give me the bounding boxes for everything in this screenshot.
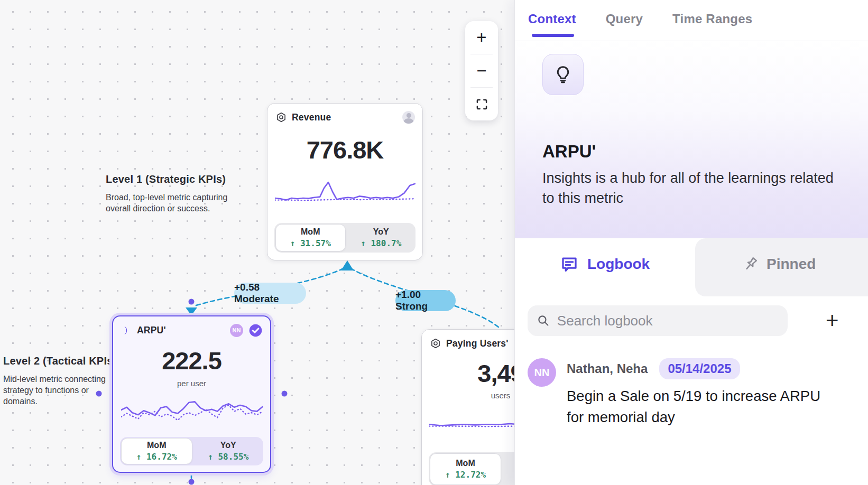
arpu-top-handle[interactable]: [189, 299, 195, 305]
yoy-value: ↑ 58.55%: [208, 452, 248, 462]
insight-icon-box: [542, 54, 584, 95]
logbook-search-row: +: [528, 305, 856, 336]
lightbulb-icon: [553, 64, 573, 85]
yoy-toggle[interactable]: YoY ↑ 58.55%: [193, 437, 264, 465]
metric-tree-canvas[interactable]: Level 1 (Strategic KPIs) Broad, top-leve…: [0, 0, 514, 485]
mom-label: MoM: [147, 441, 166, 450]
zoom-out-button[interactable]: −: [465, 54, 498, 87]
owner-avatar: NN: [230, 324, 243, 337]
canvas-zoom-controls: + −: [465, 21, 498, 120]
card-title: Paying Users': [446, 338, 509, 349]
logbook-tab-label: Logbook: [587, 256, 650, 273]
arpu-bottom-handle[interactable]: [189, 479, 195, 485]
arrowhead-up-revenue: [341, 260, 354, 271]
mom-value: ↑ 31.57%: [290, 238, 331, 248]
mom-toggle[interactable]: MoM ↑ 31.57%: [275, 224, 346, 251]
panel-tabs: Context Query Time Ranges: [528, 12, 752, 26]
panel-metric-description: Insights is a hub for all of the learnin…: [542, 168, 846, 208]
arpu-right-handle[interactable]: [282, 391, 288, 397]
panel-metric-title: ARPU': [542, 142, 596, 162]
logbook-comment-icon: [560, 255, 579, 274]
sparkline-chart: [275, 178, 415, 206]
tab-query[interactable]: Query: [606, 12, 643, 26]
hexagon-metric-icon: [430, 338, 441, 349]
mom-label: MoM: [456, 459, 475, 468]
entry-author-avatar: NN: [528, 358, 556, 387]
fit-view-button[interactable]: [465, 88, 498, 120]
entry-date-badge: 05/14/2025: [659, 358, 740, 379]
card-title: Revenue: [292, 112, 331, 123]
app: Level 1 (Strategic KPIs) Broad, top-leve…: [0, 0, 868, 485]
add-logbook-entry-button[interactable]: +: [826, 310, 839, 332]
fullscreen-icon: [476, 99, 487, 110]
search-logbook-input[interactable]: [557, 313, 778, 329]
card-title: ARPU': [137, 325, 166, 336]
yoy-label: YoY: [220, 441, 236, 450]
arpu-left-handle[interactable]: [96, 391, 102, 397]
metric-value: 776.8K: [267, 135, 422, 164]
yoy-label: YoY: [373, 227, 389, 237]
tab-context[interactable]: Context: [528, 12, 576, 26]
metric-card-revenue[interactable]: Revenue 776.8K MoM ↑ 31.57% YoY ↑ 180.7%: [267, 103, 423, 260]
entry-author-name: Nathan, Neha: [567, 361, 648, 376]
mom-toggle[interactable]: MoM ↑ 16.72%: [121, 438, 192, 464]
arrowhead-down-arpu: [186, 307, 197, 315]
mom-value: ↑ 12.72%: [445, 470, 486, 480]
sparkline-chart: [121, 395, 263, 425]
mom-toggle[interactable]: MoM ↑ 12.72%: [430, 453, 501, 485]
crescent-metric-icon: [122, 325, 132, 335]
pin-icon: [742, 256, 759, 273]
user-avatar-icon: [402, 111, 415, 124]
logbook-search-box[interactable]: [528, 305, 788, 336]
pinned-tab-content[interactable]: Pinned: [742, 256, 816, 273]
hexagon-metric-icon: [276, 112, 287, 123]
correlation-label-moderate[interactable]: +0.58 Moderate: [234, 283, 306, 304]
yoy-value: ↑ 180.7%: [361, 238, 401, 248]
yoy-toggle[interactable]: YoY ↑ 180.7%: [347, 223, 416, 253]
verified-check-icon: [248, 323, 263, 338]
mom-label: MoM: [301, 227, 320, 237]
tab-logbook[interactable]: Logbook: [560, 255, 650, 274]
context-side-panel: Context Query Time Ranges ARPU' Insights…: [514, 0, 868, 485]
search-icon: [537, 314, 550, 328]
metric-card-arpu[interactable]: ARPU' NN 222.5 per user MoM ↑ 16.72%: [112, 315, 271, 473]
entry-text: Begin a Sale on 5/19 to increase ARPU fo…: [567, 386, 826, 428]
logbook-entry[interactable]: NN Nathan, Neha 05/14/2025 Begin a Sale …: [528, 358, 855, 428]
correlation-label-strong[interactable]: +1.00 Strong: [395, 290, 456, 311]
tab-time-ranges[interactable]: Time Ranges: [672, 12, 752, 26]
metric-value: 222.5: [113, 346, 270, 375]
metric-unit: per user: [113, 379, 270, 388]
zoom-in-button[interactable]: +: [465, 21, 498, 54]
mom-value: ↑ 16.72%: [136, 452, 177, 462]
pinned-tab-label: Pinned: [767, 256, 816, 273]
active-tab-underline: [532, 34, 574, 37]
